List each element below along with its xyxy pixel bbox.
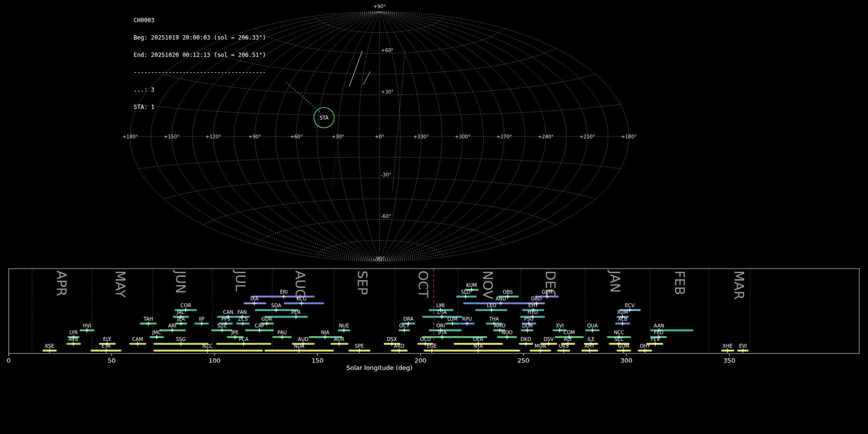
- grid-parallel: [139, 157, 621, 169]
- shower-label-pca: PCA: [239, 337, 248, 342]
- x-tick-label: 0: [7, 357, 11, 364]
- shower-label-fev: FEV: [651, 337, 660, 342]
- lon-label: +0°: [375, 134, 384, 139]
- activity-timeline: APRMAYJUNJULAUGSEPOCTNOVDECJANFEBMARKUME…: [7, 269, 859, 371]
- shower-label-lmi: LMI: [436, 303, 445, 308]
- x-tick-label: 250: [517, 357, 529, 364]
- shower-label-nda: NDA: [294, 343, 304, 349]
- month-label: JUL: [233, 270, 248, 291]
- month-label: AUG: [293, 271, 308, 299]
- shower-label-obs: OBS: [503, 289, 513, 295]
- x-axis-title: Solar longitude (deg): [346, 364, 412, 371]
- shower-label-evi: EVI: [739, 343, 747, 349]
- x-axis: 050100150200250300350Solar longitude (de…: [7, 353, 735, 371]
- shower-label-ssg: SSG: [176, 337, 186, 342]
- lon-label: +300°: [455, 134, 470, 139]
- grid-meridian: [317, 12, 380, 261]
- month-label: NOV: [480, 271, 495, 299]
- shower-label-amo: AMO: [494, 323, 505, 328]
- month-label: MAY: [113, 271, 128, 298]
- shower-label-pps: PPS: [221, 316, 230, 322]
- shower-label-noo: NOO: [502, 330, 513, 335]
- month-label: OCT: [416, 271, 431, 298]
- shower-label-gdr: GDR: [261, 316, 272, 322]
- shower-label-szc: SZC: [217, 323, 227, 328]
- scene: +180°+150°+120°+90°+60°+30°+0°+330°+300°…: [0, 0, 868, 434]
- shower-label-kse: KSE: [45, 343, 54, 349]
- lon-label: +30°: [332, 134, 344, 139]
- lat-label: -60°: [381, 214, 391, 219]
- shower-label-ocu: OCU: [420, 337, 431, 342]
- shower-label-ehy: EHY: [529, 303, 539, 308]
- shower-label-com: COM: [564, 330, 575, 335]
- x-tick-label: 350: [723, 357, 735, 364]
- shower-label-cam: CAM: [132, 337, 143, 342]
- shower-label-fed: FED: [654, 330, 664, 335]
- shower-label-dkd: DKD: [521, 337, 531, 342]
- shower-label-ard: ARD: [394, 343, 405, 349]
- shower-label-eri: ERI: [280, 289, 287, 295]
- sporadic-count: ...: 3: [134, 87, 266, 93]
- shower-label-xum: XUM: [617, 310, 628, 315]
- x-tick-label: 150: [312, 357, 324, 364]
- month-label: JAN: [608, 270, 623, 293]
- meteor-trail-2: [363, 71, 370, 85]
- shower-label-and: AND: [495, 296, 506, 301]
- shower-label-hyd: HYD: [528, 310, 538, 315]
- shower-label-oer: OER: [473, 337, 483, 342]
- begin-time: Beg: 20251019 20:00:03 (sol = 206.33°): [134, 35, 266, 41]
- shower-label-tah: TAH: [143, 316, 153, 322]
- shower-label-dra: DRA: [403, 316, 413, 322]
- shower-label-ege: EGE: [427, 343, 436, 349]
- shower-label-pau: PAU: [277, 330, 287, 335]
- lon-label: +120°: [205, 134, 221, 139]
- x-tick-label: 200: [415, 357, 427, 364]
- shower-label-dsx: DSX: [387, 337, 397, 342]
- x-tick-label: 300: [621, 357, 633, 364]
- meteor-trail-1: [349, 51, 362, 87]
- shower-label-dad: DAD: [531, 296, 542, 301]
- shower-label-aud: AUD: [298, 337, 309, 342]
- separator-line: --------------------------------------: [134, 69, 266, 75]
- shower-label-nia: NIA: [321, 330, 329, 335]
- shower-label-ahy: AHY: [584, 343, 595, 349]
- lon-label: +90°: [248, 134, 261, 139]
- shower-label-lum: LUM: [448, 316, 458, 322]
- radiant-label: STA: [320, 115, 329, 121]
- shower-label-tha: THA: [488, 316, 499, 322]
- shower-label-cap: CAP: [255, 323, 264, 328]
- shower-label-aur: AUR: [334, 337, 344, 342]
- shower-label-ixa: IXA: [250, 296, 258, 301]
- lon-label: +240°: [538, 134, 553, 139]
- shower-label-fan: FAN: [238, 310, 247, 315]
- shower-label-ely: ELY: [103, 337, 112, 342]
- end-time: End: 20251020 00:12:13 (sol = 206.51°): [134, 52, 266, 58]
- shower-label-scc: SCC: [614, 337, 624, 342]
- shower-label-jrc: JRC: [176, 310, 185, 315]
- shower-label-qua: QUA: [587, 323, 597, 328]
- shower-label-dlm: DLM: [522, 323, 533, 328]
- x-tick-label: 50: [108, 357, 116, 364]
- shower-label-kcg: KCG: [297, 296, 307, 301]
- shower-label-oct: OCT: [399, 323, 410, 328]
- shower-label-urs: URS: [558, 343, 569, 349]
- month-labels: APRMAYJUNJULAUGSEPOCTNOVDECJANFEBMAR: [54, 270, 746, 300]
- shower-label-psu: PSU: [524, 316, 534, 322]
- shower-label-xvi: XVI: [556, 323, 564, 328]
- shower-label-cor: COR: [180, 303, 191, 308]
- shower-label-sda: SDA: [271, 303, 281, 308]
- lon-label: +330°: [413, 134, 429, 139]
- lat-label: +30°: [381, 89, 393, 95]
- shower-label-rpu: RPU: [462, 316, 472, 322]
- shower-label-eta: ETA: [102, 343, 111, 349]
- shower-label-cta: CTA: [437, 310, 447, 315]
- shower-label-lyr: LYR: [69, 330, 78, 335]
- shower-label-nzc: NZC: [202, 343, 212, 349]
- shower-label-ohy: OHY: [640, 343, 651, 349]
- lat-label: +60°: [381, 48, 393, 53]
- shower-label-iip: IIP: [199, 316, 204, 322]
- lon-label: +210°: [580, 134, 595, 139]
- shower-label-dsv: DSV: [543, 337, 554, 342]
- x-tick-label: 100: [209, 357, 221, 364]
- lon-label: +180°: [621, 134, 637, 139]
